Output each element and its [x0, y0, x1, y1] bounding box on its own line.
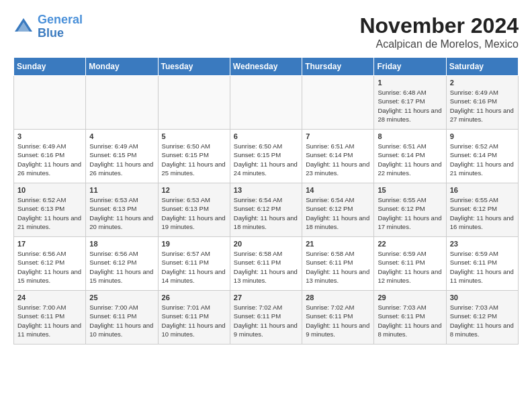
day-info: Sunrise: 6:50 AM Sunset: 6:15 PM Dayligh…: [162, 142, 226, 177]
title-block: November 2024 Acalpican de Morelos, Mexi…: [359, 13, 519, 50]
day-number: 29: [378, 293, 442, 302]
day-info: Sunrise: 6:52 AM Sunset: 6:13 PM Dayligh…: [17, 195, 82, 231]
calendar-cell: 24Sunrise: 7:00 AM Sunset: 6:11 PM Dayli…: [14, 291, 86, 345]
day-info: Sunrise: 6:58 AM Sunset: 6:11 PM Dayligh…: [306, 249, 370, 285]
calendar-cell: 8Sunrise: 6:51 AM Sunset: 6:14 PM Daylig…: [374, 130, 446, 183]
calendar-cell: 3Sunrise: 6:49 AM Sunset: 6:16 PM Daylig…: [14, 130, 86, 183]
day-number: 15: [378, 186, 442, 194]
day-number: 28: [306, 293, 370, 302]
calendar-cell: [302, 76, 374, 130]
day-number: 16: [450, 186, 515, 194]
day-number: 19: [162, 240, 226, 248]
calendar-cell: 18Sunrise: 6:56 AM Sunset: 6:12 PM Dayli…: [86, 237, 158, 291]
day-info: Sunrise: 6:53 AM Sunset: 6:13 PM Dayligh…: [89, 195, 154, 231]
day-number: 26: [162, 293, 226, 302]
day-number: 23: [450, 240, 515, 248]
calendar-cell: 9Sunrise: 6:52 AM Sunset: 6:14 PM Daylig…: [446, 130, 518, 183]
calendar-cell: 20Sunrise: 6:58 AM Sunset: 6:11 PM Dayli…: [230, 237, 302, 291]
page-header: General Blue November 2024 Acalpican de …: [13, 13, 519, 50]
calendar-cell: 7Sunrise: 6:51 AM Sunset: 6:14 PM Daylig…: [302, 130, 374, 183]
day-number: 25: [89, 293, 154, 302]
day-number: 20: [234, 240, 298, 248]
day-number: 3: [17, 132, 82, 140]
calendar-week-row: 10Sunrise: 6:52 AM Sunset: 6:13 PM Dayli…: [14, 183, 519, 237]
calendar-cell: 16Sunrise: 6:55 AM Sunset: 6:12 PM Dayli…: [446, 183, 518, 237]
calendar-cell: 11Sunrise: 6:53 AM Sunset: 6:13 PM Dayli…: [86, 183, 158, 237]
logo-text: General Blue: [38, 13, 83, 40]
day-info: Sunrise: 7:01 AM Sunset: 6:11 PM Dayligh…: [162, 303, 226, 338]
calendar-cell: 27Sunrise: 7:02 AM Sunset: 6:11 PM Dayli…: [230, 291, 302, 345]
day-info: Sunrise: 6:55 AM Sunset: 6:12 PM Dayligh…: [378, 195, 442, 231]
day-info: Sunrise: 7:03 AM Sunset: 6:12 PM Dayligh…: [450, 303, 515, 338]
day-info: Sunrise: 6:56 AM Sunset: 6:12 PM Dayligh…: [17, 249, 82, 285]
day-info: Sunrise: 6:59 AM Sunset: 6:11 PM Dayligh…: [378, 249, 442, 285]
day-number: 8: [378, 132, 442, 140]
calendar-cell: 25Sunrise: 7:00 AM Sunset: 6:11 PM Dayli…: [86, 291, 158, 345]
calendar-cell: 28Sunrise: 7:02 AM Sunset: 6:11 PM Dayli…: [302, 291, 374, 345]
calendar-cell: 21Sunrise: 6:58 AM Sunset: 6:11 PM Dayli…: [302, 237, 374, 291]
day-number: 4: [89, 132, 154, 140]
day-info: Sunrise: 6:49 AM Sunset: 6:16 PM Dayligh…: [450, 88, 515, 124]
header-saturday: Saturday: [446, 58, 518, 76]
day-number: 9: [450, 132, 515, 140]
day-info: Sunrise: 6:52 AM Sunset: 6:14 PM Dayligh…: [450, 142, 515, 177]
day-info: Sunrise: 6:50 AM Sunset: 6:15 PM Dayligh…: [234, 142, 298, 177]
calendar-cell: 19Sunrise: 6:57 AM Sunset: 6:11 PM Dayli…: [158, 237, 230, 291]
calendar-cell: 5Sunrise: 6:50 AM Sunset: 6:15 PM Daylig…: [158, 130, 230, 183]
day-info: Sunrise: 6:55 AM Sunset: 6:12 PM Dayligh…: [450, 195, 515, 231]
day-number: 6: [234, 132, 298, 140]
day-info: Sunrise: 7:00 AM Sunset: 6:11 PM Dayligh…: [89, 303, 154, 338]
logo: General Blue: [13, 13, 83, 40]
calendar-cell: 1Sunrise: 6:48 AM Sunset: 6:17 PM Daylig…: [374, 76, 446, 130]
day-info: Sunrise: 7:03 AM Sunset: 6:11 PM Dayligh…: [378, 303, 442, 338]
day-number: 14: [306, 186, 370, 194]
calendar-cell: 23Sunrise: 6:59 AM Sunset: 6:11 PM Dayli…: [446, 237, 518, 291]
calendar-cell: 14Sunrise: 6:54 AM Sunset: 6:12 PM Dayli…: [302, 183, 374, 237]
calendar-week-row: 3Sunrise: 6:49 AM Sunset: 6:16 PM Daylig…: [14, 130, 519, 183]
day-number: 11: [89, 186, 154, 194]
calendar-cell: 30Sunrise: 7:03 AM Sunset: 6:12 PM Dayli…: [446, 291, 518, 345]
calendar-cell: 13Sunrise: 6:54 AM Sunset: 6:12 PM Dayli…: [230, 183, 302, 237]
header-monday: Monday: [86, 58, 158, 76]
logo-line1: General: [38, 13, 83, 26]
calendar-cell: 26Sunrise: 7:01 AM Sunset: 6:11 PM Dayli…: [158, 291, 230, 345]
header-tuesday: Tuesday: [158, 58, 230, 76]
day-info: Sunrise: 6:49 AM Sunset: 6:16 PM Dayligh…: [17, 142, 82, 177]
day-info: Sunrise: 6:49 AM Sunset: 6:15 PM Dayligh…: [89, 142, 154, 177]
day-number: 22: [378, 240, 442, 248]
day-number: 1: [378, 79, 442, 87]
calendar-header-row: SundayMondayTuesdayWednesdayThursdayFrid…: [14, 58, 519, 76]
day-number: 30: [450, 293, 515, 302]
day-number: 21: [306, 240, 370, 248]
day-info: Sunrise: 6:48 AM Sunset: 6:17 PM Dayligh…: [378, 88, 442, 124]
calendar-cell: 29Sunrise: 7:03 AM Sunset: 6:11 PM Dayli…: [374, 291, 446, 345]
header-friday: Friday: [374, 58, 446, 76]
header-thursday: Thursday: [302, 58, 374, 76]
calendar-table: SundayMondayTuesdayWednesdayThursdayFrid…: [13, 57, 519, 345]
calendar-cell: [158, 76, 230, 130]
calendar-cell: 12Sunrise: 6:53 AM Sunset: 6:13 PM Dayli…: [158, 183, 230, 237]
day-info: Sunrise: 6:58 AM Sunset: 6:11 PM Dayligh…: [234, 249, 298, 285]
day-number: 13: [234, 186, 298, 194]
day-info: Sunrise: 6:56 AM Sunset: 6:12 PM Dayligh…: [89, 249, 154, 285]
page-subtitle: Acalpican de Morelos, Mexico: [359, 38, 519, 50]
day-number: 2: [450, 79, 515, 87]
day-info: Sunrise: 7:00 AM Sunset: 6:11 PM Dayligh…: [17, 303, 82, 338]
header-sunday: Sunday: [14, 58, 86, 76]
calendar-cell: 2Sunrise: 6:49 AM Sunset: 6:16 PM Daylig…: [446, 76, 518, 130]
day-number: 18: [89, 240, 154, 248]
calendar-week-row: 17Sunrise: 6:56 AM Sunset: 6:12 PM Dayli…: [14, 237, 519, 291]
day-number: 5: [162, 132, 226, 140]
day-info: Sunrise: 6:53 AM Sunset: 6:13 PM Dayligh…: [162, 195, 226, 231]
day-info: Sunrise: 6:54 AM Sunset: 6:12 PM Dayligh…: [306, 195, 370, 231]
day-info: Sunrise: 6:51 AM Sunset: 6:14 PM Dayligh…: [378, 142, 442, 177]
calendar-cell: [230, 76, 302, 130]
logo-line2: Blue: [38, 26, 64, 40]
logo-icon: [13, 17, 34, 37]
day-number: 24: [17, 293, 82, 302]
day-number: 17: [17, 240, 82, 248]
day-number: 12: [162, 186, 226, 194]
day-number: 10: [17, 186, 82, 194]
calendar-cell: 10Sunrise: 6:52 AM Sunset: 6:13 PM Dayli…: [14, 183, 86, 237]
day-number: 27: [234, 293, 298, 302]
